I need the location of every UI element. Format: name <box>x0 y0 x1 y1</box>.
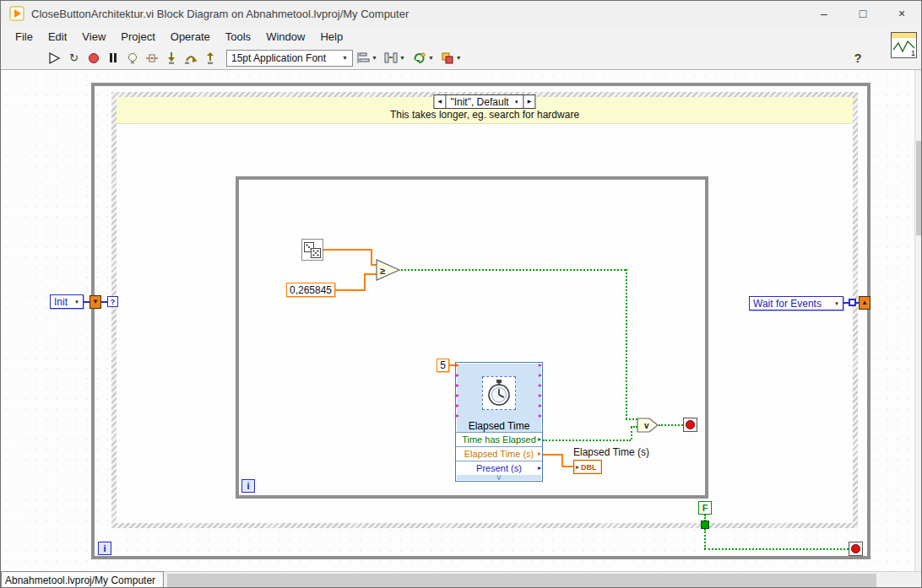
step-over-button[interactable] <box>181 49 200 67</box>
abort-icon <box>89 53 99 63</box>
step-into-button[interactable] <box>161 49 181 67</box>
false-boolean-constant[interactable]: F <box>698 501 712 515</box>
horizontal-scrollbar-thumb[interactable] <box>167 574 876 587</box>
font-selector[interactable]: 15pt Application Font ▼ <box>226 50 353 67</box>
step-over-icon <box>184 51 198 65</box>
random-number-function[interactable] <box>301 239 323 261</box>
align-objects-button[interactable]: ▼ <box>353 49 381 67</box>
chevron-down-icon: ▼ <box>372 55 377 61</box>
boolean-wire[interactable] <box>631 427 632 440</box>
vertical-scrollbar-thumb[interactable] <box>916 141 922 235</box>
inner-loop-iteration-terminal[interactable]: i <box>241 479 255 493</box>
menu-bar: File Edit View Project Operate Tools Win… <box>1 26 921 46</box>
maximize-button[interactable]: □ <box>843 1 882 26</box>
shift-register-left[interactable]: ▼ <box>89 295 101 309</box>
outer-loop-iteration-terminal[interactable]: i <box>98 542 111 555</box>
elapsed-time-dbl-indicator[interactable]: ▸ DBL <box>573 460 602 474</box>
next-case-icon[interactable]: ▶ <box>524 95 535 108</box>
run-arrow-icon <box>48 52 61 64</box>
output-terminal-icon: ▸ <box>538 436 541 443</box>
numeric-wire[interactable] <box>543 454 561 456</box>
case-tunnel[interactable] <box>849 299 856 306</box>
output-terminal-icon: ▸ <box>538 450 541 457</box>
boolean-wire[interactable] <box>626 418 637 420</box>
threshold-numeric-constant[interactable]: 0,265845 <box>286 283 335 297</box>
horizontal-scrollbar[interactable] <box>164 571 921 588</box>
retain-wire-values-button[interactable] <box>142 49 161 67</box>
toolbar: ↻ 15pt Application Font ▼ <box>1 46 921 70</box>
highlight-execution-button[interactable] <box>122 49 142 67</box>
menu-edit[interactable]: Edit <box>41 26 74 46</box>
distribute-objects-button[interactable]: ▼ <box>381 49 409 67</box>
wait-for-events-enum-constant[interactable]: Wait for Events ▼ <box>749 296 843 310</box>
previous-case-icon[interactable]: ◀ <box>434 95 445 108</box>
menu-operate[interactable]: Operate <box>163 26 218 46</box>
output-terminal-icon: ▸ <box>539 413 542 419</box>
menu-project[interactable]: Project <box>113 26 162 46</box>
boolean-wire[interactable] <box>704 529 706 549</box>
menu-help[interactable]: Help <box>312 26 350 46</box>
output-terminal-icon: ▸ <box>539 382 542 389</box>
window-controls: – □ × <box>805 1 921 26</box>
boolean-wire[interactable] <box>401 269 626 271</box>
block-diagram[interactable]: This takes longer, eg. search for hardwa… <box>1 70 922 571</box>
output-present-s[interactable]: Present (s) ▸ <box>456 461 542 475</box>
expand-chevron-icon[interactable]: ˅ <box>456 475 542 482</box>
pause-button[interactable] <box>103 49 122 67</box>
input-terminal-icon: ▸ <box>456 382 459 389</box>
run-continuous-button[interactable]: ↻ <box>64 49 84 67</box>
enum-wire[interactable] <box>84 301 89 303</box>
menu-view[interactable]: View <box>74 26 113 46</box>
run-button[interactable] <box>45 49 64 67</box>
greater-or-equal-function[interactable]: ≥ <box>376 259 401 281</box>
chevron-down-icon: ▼ <box>834 301 839 306</box>
case-selector-label[interactable]: ◀ "Init", Default ▼ ▶ <box>433 94 535 109</box>
abort-button[interactable] <box>84 49 103 67</box>
output-time-has-elapsed[interactable]: Time has Elapsed ▸ <box>456 432 542 446</box>
numeric-wire[interactable] <box>371 249 372 265</box>
chevron-down-icon: ▼ <box>456 55 462 61</box>
execution-target-selector[interactable]: Abnahmetool.lvproj/My Computer <box>1 571 164 588</box>
case-selector-value[interactable]: "Init", Default ▼ <box>445 95 523 108</box>
reorder-objects-button[interactable]: ▼ <box>437 49 465 67</box>
numeric-wire[interactable] <box>561 466 573 467</box>
inner-loop-condition-terminal[interactable] <box>683 418 697 432</box>
numeric-wire[interactable] <box>561 454 563 467</box>
output-elapsed-time-s[interactable]: Elapsed Time (s) ▸ <box>456 446 542 461</box>
numeric-wire[interactable] <box>323 249 372 251</box>
stop-icon <box>686 420 695 429</box>
output-terminal-icon: ▸ <box>539 372 542 379</box>
svg-text:v: v <box>644 421 649 430</box>
svg-text:≥: ≥ <box>380 266 385 276</box>
init-enum-constant[interactable]: Init ▼ <box>50 294 84 309</box>
case-tunnel-boolean[interactable] <box>701 521 709 529</box>
vertical-scrollbar[interactable] <box>914 70 922 571</box>
seconds-numeric-constant[interactable]: 5 <box>437 359 449 372</box>
menu-window[interactable]: Window <box>258 26 312 46</box>
outer-loop-condition-terminal[interactable] <box>849 542 863 556</box>
or-function[interactable]: v <box>637 414 659 436</box>
context-help-button[interactable]: ? <box>849 49 867 67</box>
chevron-down-icon: ▼ <box>514 100 519 105</box>
minimize-button[interactable]: – <box>805 1 843 26</box>
numeric-wire[interactable] <box>335 289 366 291</box>
clean-up-diagram-button[interactable]: ▼ <box>409 49 437 67</box>
case-selector-terminal[interactable]: ? <box>107 296 118 307</box>
boolean-wire[interactable] <box>659 424 683 426</box>
font-selector-value: 15pt Application Font <box>231 52 326 64</box>
menu-tools[interactable]: Tools <box>218 26 258 46</box>
numeric-wire[interactable] <box>364 274 366 291</box>
step-out-button[interactable] <box>200 49 220 67</box>
greater-or-equal-icon: ≥ <box>376 259 401 281</box>
step-into-icon <box>165 51 178 65</box>
elapsed-time-express-vi[interactable]: ▸ ▸ ▸ ▸ ▸ ▸ ▸ ▸ ▸ ▸ ▸ ▸ Elapsed Time Tim… <box>455 362 543 482</box>
close-button[interactable]: × <box>882 1 921 26</box>
vi-icon-pane[interactable]: 1 <box>891 32 917 58</box>
shift-register-right[interactable]: ▲ <box>859 296 870 310</box>
menu-file[interactable]: File <box>8 26 41 46</box>
numeric-wire[interactable] <box>364 273 377 275</box>
express-vi-title: Elapsed Time <box>456 419 542 432</box>
boolean-wire[interactable] <box>704 548 849 550</box>
boolean-wire[interactable] <box>543 440 631 441</box>
boolean-wire[interactable] <box>626 269 627 419</box>
